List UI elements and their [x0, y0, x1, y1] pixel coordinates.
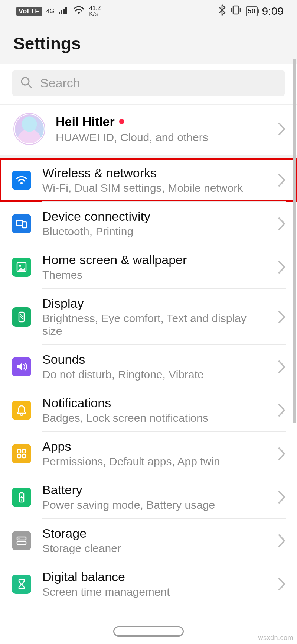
svg-line-9	[28, 84, 32, 88]
battery-icon	[12, 488, 31, 507]
avatar	[13, 113, 45, 145]
account-row[interactable]: Heil Hitler HUAWEI ID, Cloud, and others	[0, 105, 297, 158]
search-container: Search	[0, 64, 297, 105]
item-title: Storage	[42, 526, 267, 541]
battery-indicator: 50	[246, 6, 258, 16]
item-subtitle: Power saving mode, Battery usage	[42, 499, 267, 511]
apps-grid-icon	[12, 444, 31, 463]
status-right: 50 9:09	[218, 4, 284, 18]
account-name: Heil Hitler	[56, 114, 115, 129]
item-display[interactable]: Display Brightness, Eye comfort, Text an…	[0, 289, 297, 345]
chevron-right-icon	[278, 310, 286, 324]
chevron-right-icon	[278, 447, 286, 461]
svg-rect-12	[22, 222, 26, 228]
chevron-right-icon	[278, 577, 286, 591]
svg-point-27	[19, 538, 20, 539]
page-title: Settings	[13, 33, 284, 54]
item-sounds[interactable]: Sounds Do not disturb, Ringtone, Vibrate	[0, 345, 297, 388]
settings-list: Wireless & networks Wi-Fi, Dual SIM sett…	[0, 158, 297, 606]
svg-marker-24	[20, 495, 23, 501]
search-placeholder: Search	[40, 76, 80, 90]
image-icon	[12, 258, 31, 277]
item-subtitle: Themes	[42, 269, 267, 281]
item-subtitle: Bluetooth, Printing	[42, 225, 267, 238]
item-title: Sounds	[42, 352, 267, 367]
status-left: VoLTE 4G 41.2 K/s	[16, 5, 101, 17]
item-storage[interactable]: Storage Storage cleaner	[0, 519, 297, 562]
devices-icon	[12, 214, 31, 233]
chevron-right-icon	[278, 173, 286, 187]
svg-rect-20	[17, 454, 21, 458]
search-input[interactable]: Search	[12, 70, 285, 96]
search-icon	[20, 76, 33, 90]
item-subtitle: Wi-Fi, Dual SIM settings, Mobile network	[42, 182, 267, 194]
item-subtitle: Screen time management	[42, 586, 267, 598]
hourglass-icon	[12, 575, 31, 594]
item-home-screen-wallpaper[interactable]: Home screen & wallpaper Themes	[0, 245, 297, 289]
speed-value: 41.2	[89, 5, 101, 11]
chevron-right-icon	[278, 260, 286, 274]
chevron-right-icon	[278, 122, 286, 136]
page-header: Settings	[0, 22, 297, 64]
item-title: Battery	[42, 483, 267, 497]
item-apps[interactable]: Apps Permissions, Default apps, App twin	[0, 432, 297, 475]
item-title: Device connectivity	[42, 209, 267, 224]
svg-point-14	[19, 265, 21, 267]
item-subtitle: Brightness, Eye comfort, Text and displa…	[42, 312, 267, 337]
item-subtitle: Permissions, Default apps, App twin	[42, 455, 267, 468]
svg-rect-11	[17, 220, 23, 226]
item-device-connectivity[interactable]: Device connectivity Bluetooth, Printing	[0, 202, 297, 245]
notification-dot-icon	[119, 119, 124, 124]
svg-rect-18	[17, 450, 21, 453]
wifi-icon	[73, 6, 85, 17]
item-digital-balance[interactable]: Digital balance Screen time management	[0, 562, 297, 606]
clock: 9:09	[262, 5, 284, 17]
account-text: Heil Hitler HUAWEI ID, Cloud, and others	[56, 114, 267, 144]
svg-rect-3	[65, 7, 67, 14]
network-gen: 4G	[46, 8, 54, 14]
storage-icon	[12, 531, 31, 550]
svg-rect-5	[233, 6, 238, 14]
watermark: wsxdn.com	[258, 634, 293, 642]
item-subtitle: Storage cleaner	[42, 542, 267, 555]
scrollbar[interactable]	[293, 59, 296, 423]
bluetooth-icon	[218, 4, 226, 18]
svg-point-4	[78, 12, 80, 14]
svg-rect-15	[19, 312, 24, 322]
nav-pill[interactable]	[113, 626, 184, 637]
item-title: Digital balance	[42, 570, 267, 584]
item-title: Notifications	[42, 396, 267, 410]
volte-indicator: VoLTE	[16, 7, 42, 16]
speaker-icon	[12, 357, 31, 376]
item-title: Wireless & networks	[42, 166, 267, 180]
svg-rect-2	[63, 9, 65, 14]
chevron-right-icon	[278, 490, 286, 504]
item-title: Home screen & wallpaper	[42, 253, 267, 267]
chevron-right-icon	[278, 360, 286, 374]
bell-icon	[12, 401, 31, 420]
network-speed: 41.2 K/s	[89, 5, 101, 17]
vibrate-icon	[230, 5, 241, 17]
signal-icon	[59, 6, 68, 16]
chevron-right-icon	[278, 534, 286, 548]
chevron-right-icon	[278, 217, 286, 231]
item-title: Apps	[42, 439, 267, 454]
svg-rect-23	[20, 492, 23, 493]
svg-rect-19	[22, 450, 26, 453]
svg-point-28	[19, 542, 20, 543]
status-bar: VoLTE 4G 41.2 K/s 50 9:09	[0, 0, 297, 22]
item-subtitle: Badges, Lock screen notifications	[42, 412, 267, 424]
phone-icon	[12, 307, 31, 327]
item-notifications[interactable]: Notifications Badges, Lock screen notifi…	[0, 388, 297, 432]
svg-rect-1	[61, 10, 62, 14]
account-subtitle: HUAWEI ID, Cloud, and others	[56, 131, 267, 144]
item-subtitle: Do not disturb, Ringtone, Vibrate	[42, 368, 267, 381]
chevron-right-icon	[278, 403, 286, 417]
svg-point-10	[20, 182, 23, 184]
speed-unit: K/s	[89, 11, 101, 17]
item-battery[interactable]: Battery Power saving mode, Battery usage	[0, 475, 297, 519]
item-wireless-networks[interactable]: Wireless & networks Wi-Fi, Dual SIM sett…	[0, 158, 297, 202]
wifi-icon	[12, 171, 31, 190]
item-title: Display	[42, 296, 267, 311]
svg-rect-0	[59, 12, 60, 14]
